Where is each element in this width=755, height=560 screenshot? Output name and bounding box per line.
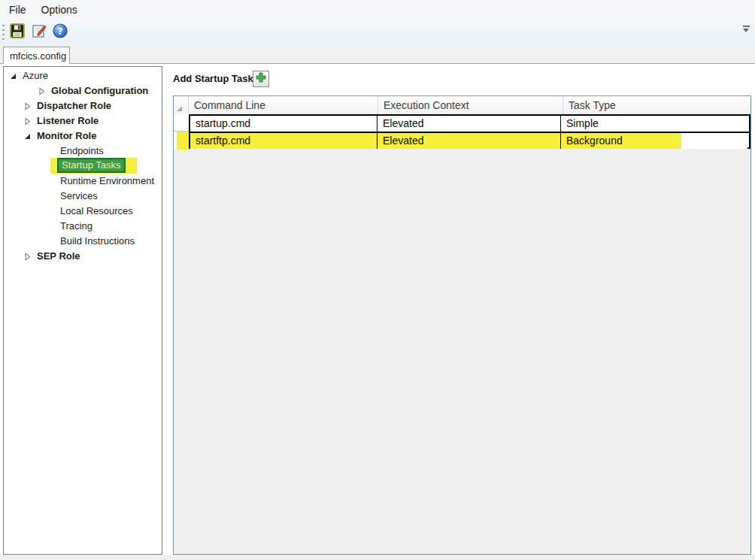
grid-row-headers (174, 114, 189, 150)
tree-item-startup-tasks[interactable]: Startup Tasks (57, 158, 126, 173)
plus-icon (256, 72, 266, 86)
expander-collapsed-icon[interactable] (37, 86, 46, 95)
tree-item-label: Build Instructions (60, 234, 135, 249)
tab-strip: mfcics.config (0, 45, 755, 64)
toolbar-overflow-button[interactable] (741, 26, 750, 38)
tree-item-label: Runtime Environment (60, 174, 154, 189)
tab-mfcics-config[interactable]: mfcics.config (3, 47, 70, 64)
column-header-task-type[interactable]: Task Type (563, 96, 750, 114)
help-button[interactable]: ? (50, 23, 70, 42)
expander-expanded-icon[interactable] (8, 71, 17, 80)
add-startup-task-label: Add Startup Task (173, 73, 253, 84)
tree-item-azure[interactable]: Azure (8, 68, 48, 83)
tree-item-label: Azure (23, 68, 48, 83)
menu-options[interactable]: Options (34, 1, 85, 19)
edit-button[interactable] (29, 23, 49, 42)
tree-item-listener-role[interactable]: Listener Role (23, 114, 99, 129)
expander-collapsed-icon[interactable] (23, 117, 32, 126)
expander-collapsed-icon[interactable] (23, 101, 32, 110)
row-header-2[interactable] (174, 132, 189, 150)
tree-item-label: Monitor Role (37, 129, 96, 144)
grid-corner-cell[interactable] (174, 96, 189, 114)
toolbar-grip[interactable] (2, 25, 5, 41)
expander-collapsed-icon[interactable] (23, 252, 32, 261)
save-button[interactable] (8, 23, 27, 42)
tree-item-endpoints[interactable]: Endpoints (60, 144, 104, 159)
tree-item-monitor-role[interactable]: Monitor Role (23, 129, 96, 144)
tree-item-label: Dispatcher Role (37, 98, 111, 114)
save-icon (9, 23, 26, 42)
cell-execution-context[interactable]: Elevated (378, 133, 561, 149)
column-header-execution-context[interactable]: Execution Context (378, 96, 563, 114)
expander-expanded-icon[interactable] (23, 132, 32, 141)
tree-item-label: Endpoints (60, 144, 104, 159)
grid-rows: startup.cmd Elevated Simple startftp.cmd… (189, 114, 750, 149)
tree-item-runtime-environment[interactable]: Runtime Environment (60, 174, 154, 189)
menu-bar: File Options (0, 0, 755, 20)
tree-item-build-instructions[interactable]: Build Instructions (60, 234, 135, 249)
cell-command-line[interactable]: startftp.cmd (190, 133, 378, 149)
overflow-chevron-icon (743, 26, 750, 27)
edit-icon (31, 23, 47, 42)
row-header-1[interactable] (174, 114, 189, 132)
app-window: File Options (0, 0, 755, 560)
table-row-highlighted[interactable]: startftp.cmd Elevated Background (190, 132, 749, 147)
column-header-command-line[interactable]: Command Line (189, 96, 378, 114)
config-tree-panel: Azure Global Configuration Dispatcher Ro… (3, 66, 162, 555)
toolbar: ? (0, 20, 755, 45)
cell-task-type[interactable]: Background (561, 133, 747, 149)
tree-item-global-configuration[interactable]: Global Configuration (37, 83, 148, 98)
tree-item-local-resources[interactable]: Local Resources (60, 204, 133, 219)
tree-item-label: Services (60, 189, 98, 204)
tree-item-label: Tracing (60, 219, 92, 234)
tree-item-label: Local Resources (60, 204, 133, 219)
tree-item-label: Startup Tasks (62, 159, 121, 171)
tree-item-tracing[interactable]: Tracing (60, 219, 92, 234)
corner-triangle-icon (176, 105, 183, 112)
tree-item-services[interactable]: Services (60, 189, 98, 204)
cell-task-type[interactable]: Simple (561, 116, 747, 132)
tree-item-label: SEP Role (37, 249, 80, 264)
tab-label: mfcics.config (10, 50, 66, 62)
tree-item-sep-role[interactable]: SEP Role (23, 249, 80, 264)
tree-item-label: Listener Role (37, 114, 99, 129)
table-row[interactable]: startup.cmd Elevated Simple (190, 116, 749, 132)
startup-tasks-grid: Command Line Execution Context Task Type… (173, 95, 751, 555)
cell-execution-context[interactable]: Elevated (378, 116, 561, 132)
add-startup-task-button[interactable] (253, 71, 269, 87)
help-icon: ? (52, 23, 68, 42)
tree-item-dispatcher-role[interactable]: Dispatcher Role (23, 98, 111, 114)
cell-command-line[interactable]: startup.cmd (190, 116, 378, 132)
tree-item-label: Global Configuration (51, 83, 148, 98)
menu-file[interactable]: File (2, 1, 34, 19)
svg-text:?: ? (58, 26, 63, 37)
grid-header-row: Command Line Execution Context Task Type (174, 96, 750, 114)
